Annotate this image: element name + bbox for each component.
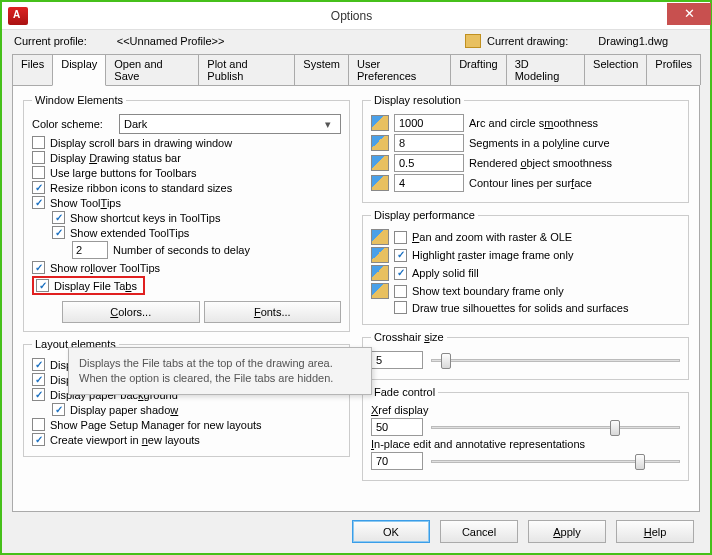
options-dialog: Options ✕ Current profile: <<Unnamed Pro… bbox=[0, 0, 712, 555]
chk-highlight[interactable] bbox=[394, 249, 407, 262]
segments-input[interactable] bbox=[394, 134, 464, 152]
chk-solid-fill[interactable] bbox=[394, 267, 407, 280]
autocad-icon bbox=[371, 175, 389, 191]
autocad-icon bbox=[371, 247, 389, 263]
fade-control-group: Fade control Xref display In-place edit … bbox=[362, 386, 689, 481]
app-icon bbox=[8, 7, 28, 25]
lbl-scroll-bars: Display scroll bars in drawing window bbox=[50, 137, 232, 149]
display-resolution-legend: Display resolution bbox=[371, 94, 464, 106]
dialog-footer: OK Cancel Apply Help bbox=[2, 512, 710, 553]
lbl-seconds: Number of seconds to delay bbox=[113, 244, 250, 256]
chk-text-boundary[interactable] bbox=[394, 285, 407, 298]
lbl-page-setup: Show Page Setup Manager for new layouts bbox=[50, 419, 262, 431]
lbl-arc: Arc and circle smoothness bbox=[469, 117, 598, 129]
tab-selection[interactable]: Selection bbox=[584, 54, 647, 85]
seconds-input[interactable] bbox=[72, 241, 108, 259]
chk-show-tooltips[interactable] bbox=[32, 196, 45, 209]
titlebar: Options ✕ bbox=[2, 2, 710, 30]
close-button[interactable]: ✕ bbox=[667, 3, 711, 25]
window-title: Options bbox=[36, 9, 667, 23]
xref-slider[interactable] bbox=[431, 418, 680, 436]
color-scheme-value: Dark bbox=[124, 118, 147, 130]
autocad-icon bbox=[371, 265, 389, 281]
cancel-button[interactable]: Cancel bbox=[440, 520, 518, 543]
lbl-rollover: Show rollover ToolTips bbox=[50, 262, 160, 274]
left-column: Window Elements Color scheme: Dark ▾ Dis… bbox=[23, 94, 350, 503]
arc-smoothness-input[interactable] bbox=[394, 114, 464, 132]
inplace-input[interactable] bbox=[371, 452, 423, 470]
window-elements-group: Window Elements Color scheme: Dark ▾ Dis… bbox=[23, 94, 350, 332]
ok-button[interactable]: OK bbox=[352, 520, 430, 543]
chevron-down-icon: ▾ bbox=[320, 118, 336, 131]
lbl-paper-shadow: Display paper shadow bbox=[70, 404, 178, 416]
tab-plot-publish[interactable]: Plot and Publish bbox=[198, 54, 295, 85]
chk-pan-zoom[interactable] bbox=[394, 231, 407, 244]
tab-open-save[interactable]: Open and Save bbox=[105, 54, 199, 85]
fonts-button[interactable]: Fonts... bbox=[204, 301, 342, 323]
crosshair-group: Crosshair size bbox=[362, 331, 689, 380]
chk-paper-shadow[interactable] bbox=[52, 403, 65, 416]
lbl-text-boundary: Show text boundary frame only bbox=[412, 285, 564, 297]
drawing-label: Current drawing: bbox=[487, 35, 568, 47]
lbl-pan-zoom: Pan and zoom with raster & OLE bbox=[412, 231, 572, 243]
help-button[interactable]: Help bbox=[616, 520, 694, 543]
contour-input[interactable] bbox=[394, 174, 464, 192]
crosshair-input[interactable] bbox=[371, 351, 423, 369]
profile-label: Current profile: bbox=[14, 35, 87, 47]
chk-true-sil[interactable] bbox=[394, 301, 407, 314]
tooltip: Displays the File tabs at the top of the… bbox=[68, 347, 372, 395]
xref-input[interactable] bbox=[371, 418, 423, 436]
lbl-large-buttons: Use large buttons for Toolbars bbox=[50, 167, 197, 179]
crosshair-slider[interactable] bbox=[431, 351, 680, 369]
chk-rollover[interactable] bbox=[32, 261, 45, 274]
chk-printable[interactable] bbox=[32, 373, 45, 386]
lbl-file-tabs: Display File Tabs bbox=[54, 280, 137, 292]
tab-strip: Files Display Open and Save Plot and Pub… bbox=[2, 50, 710, 85]
autocad-icon bbox=[371, 115, 389, 131]
lbl-show-tooltips: Show ToolTips bbox=[50, 197, 121, 209]
color-scheme-select[interactable]: Dark ▾ bbox=[119, 114, 341, 134]
drawing-icon bbox=[465, 34, 481, 48]
lbl-viewport: Create viewport in new layouts bbox=[50, 434, 200, 446]
color-scheme-label: Color scheme: bbox=[32, 118, 114, 130]
chk-layout-model[interactable] bbox=[32, 358, 45, 371]
profile-value: <<Unnamed Profile>> bbox=[117, 35, 225, 47]
chk-paper-bg[interactable] bbox=[32, 388, 45, 401]
colors-button[interactable]: Colors... bbox=[62, 301, 200, 323]
lbl-seg: Segments in a polyline curve bbox=[469, 137, 610, 149]
lbl-rend: Rendered object smoothness bbox=[469, 157, 612, 169]
tab-user-pref[interactable]: User Preferences bbox=[348, 54, 451, 85]
inplace-label: In-place edit and annotative representat… bbox=[371, 438, 680, 450]
inplace-slider[interactable] bbox=[431, 452, 680, 470]
lbl-extended-tooltips: Show extended ToolTips bbox=[70, 227, 189, 239]
header-row: Current profile: <<Unnamed Profile>> Cur… bbox=[2, 30, 710, 50]
tab-drafting[interactable]: Drafting bbox=[450, 54, 507, 85]
chk-page-setup[interactable] bbox=[32, 418, 45, 431]
crosshair-legend: Crosshair size bbox=[371, 331, 447, 343]
fade-legend: Fade control bbox=[371, 386, 438, 398]
chk-status-bar[interactable] bbox=[32, 151, 45, 164]
tab-system[interactable]: System bbox=[294, 54, 349, 85]
tab-3d-modeling[interactable]: 3D Modeling bbox=[506, 54, 585, 85]
file-tabs-highlight: Display File Tabs bbox=[32, 276, 145, 295]
rendered-input[interactable] bbox=[394, 154, 464, 172]
tab-files[interactable]: Files bbox=[12, 54, 53, 85]
lbl-true-sil: Draw true silhouettes for solids and sur… bbox=[412, 302, 628, 314]
chk-viewport[interactable] bbox=[32, 433, 45, 446]
drawing-value: Drawing1.dwg bbox=[598, 35, 668, 47]
tab-display[interactable]: Display bbox=[52, 54, 106, 86]
chk-resize-icons[interactable] bbox=[32, 181, 45, 194]
chk-shortcut-keys[interactable] bbox=[52, 211, 65, 224]
lbl-shortcut-keys: Show shortcut keys in ToolTips bbox=[70, 212, 220, 224]
chk-scroll-bars[interactable] bbox=[32, 136, 45, 149]
tab-profiles[interactable]: Profiles bbox=[646, 54, 701, 85]
lbl-resize-icons: Resize ribbon icons to standard sizes bbox=[50, 182, 232, 194]
apply-button[interactable]: Apply bbox=[528, 520, 606, 543]
chk-large-buttons[interactable] bbox=[32, 166, 45, 179]
lbl-status-bar: Display Drawing status bar bbox=[50, 152, 181, 164]
tab-body: Window Elements Color scheme: Dark ▾ Dis… bbox=[12, 85, 700, 512]
autocad-icon bbox=[371, 283, 389, 299]
chk-file-tabs[interactable] bbox=[36, 279, 49, 292]
chk-extended-tooltips[interactable] bbox=[52, 226, 65, 239]
xref-label: Xref display bbox=[371, 404, 680, 416]
